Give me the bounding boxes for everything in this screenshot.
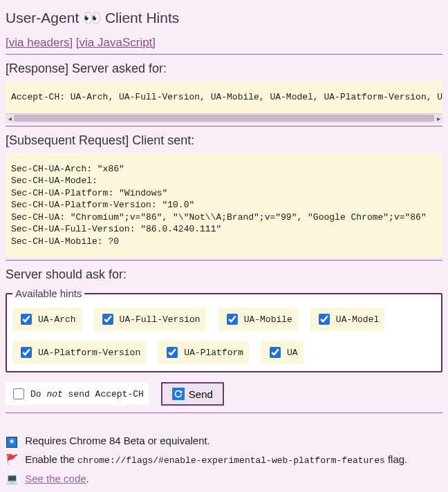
laptop-icon: 💻 <box>6 469 18 488</box>
footer-requires-text: Requires Chrome 84 Beta or equivalent. <box>25 435 210 446</box>
footer-code-post: . <box>86 473 89 484</box>
footer-enable-post: flag. <box>385 453 408 465</box>
reload-icon <box>172 388 185 400</box>
hint-label: UA-Platform-Version <box>38 348 140 358</box>
divider <box>6 413 442 413</box>
no-send-post: send Accept-CH <box>63 389 144 399</box>
divider <box>6 260 442 261</box>
hint-checkbox[interactable] <box>21 347 32 358</box>
page-title: User-Agent 👀 Client Hints <box>6 10 442 26</box>
hint-item[interactable]: UA-Model <box>310 308 384 331</box>
send-button[interactable]: Send <box>161 382 224 406</box>
flag-icon: 🚩 <box>6 450 18 469</box>
footer-enable-pre: Enable the <box>25 453 77 465</box>
ask-heading: Server should ask for: <box>6 267 442 282</box>
no-send-checkbox[interactable] <box>13 388 24 399</box>
hint-checkbox[interactable] <box>227 314 238 325</box>
no-send-option[interactable]: Do not send Accept-CH <box>6 383 149 405</box>
eyes-icon: 👀 <box>83 10 101 26</box>
horizontal-scrollbar[interactable]: ◂ ▸ <box>6 113 442 123</box>
available-hints-legend: Available hints <box>12 287 84 299</box>
hint-item[interactable]: UA-Platform <box>158 341 249 364</box>
hint-label: UA-Full-Version <box>120 314 200 325</box>
footer-line-requires: ✶ Requires Chrome 84 Beta or equivalent. <box>6 431 442 450</box>
hint-item[interactable]: UA-Arch <box>12 308 82 331</box>
hint-label: UA-Model <box>336 314 379 325</box>
hint-checkbox[interactable] <box>167 347 178 358</box>
new-icon: ✶ <box>6 431 18 450</box>
send-row: Do not send Accept-CH Send <box>6 382 442 406</box>
hint-label: UA <box>287 348 298 358</box>
response-body: Accept-CH: UA-Arch, UA-Full-Version, UA-… <box>6 82 442 113</box>
response-heading: [Response] Server asked for: <box>6 62 442 76</box>
available-hints-fieldset: Available hints UA-ArchUA-Full-VersionUA… <box>6 287 442 372</box>
scroll-track[interactable] <box>14 115 434 122</box>
footer-line-enable: 🚩 Enable the chrome://flags/#enable-expe… <box>6 450 442 469</box>
hint-checkbox[interactable] <box>270 347 281 358</box>
no-send-pre: Do <box>30 389 46 399</box>
hint-item[interactable]: UA-Full-Version <box>94 308 206 331</box>
scroll-left-icon[interactable]: ◂ <box>6 114 14 122</box>
hint-checkbox[interactable] <box>21 314 32 325</box>
nav-links: [via headers] [via JavaScript] <box>6 36 442 50</box>
footer: ✶ Requires Chrome 84 Beta or equivalent.… <box>6 431 442 487</box>
via-headers-link[interactable]: [via headers] <box>6 36 73 49</box>
hint-item[interactable]: UA <box>261 341 304 364</box>
title-post: Client Hints <box>101 10 179 26</box>
send-label: Send <box>189 388 213 400</box>
no-send-em: not <box>46 389 62 399</box>
hint-checkbox[interactable] <box>102 314 113 325</box>
via-javascript-link[interactable]: [via JavaScript] <box>76 36 156 49</box>
subsequent-body: Sec-CH-UA-Arch: "x86" Sec-CH-UA-Model: S… <box>6 153 442 258</box>
hint-item[interactable]: UA-Platform-Version <box>12 341 146 364</box>
see-code-link[interactable]: See the code <box>25 473 86 484</box>
hint-item[interactable]: UA-Mobile <box>218 308 298 331</box>
hint-checkbox[interactable] <box>319 314 330 325</box>
footer-line-code: 💻 See the code. <box>6 469 442 488</box>
hint-label: UA-Arch <box>38 314 76 325</box>
footer-enable-code: chrome://flags/#enable-experimental-web-… <box>77 455 385 466</box>
divider <box>6 126 442 126</box>
hint-label: UA-Platform <box>184 348 243 358</box>
hint-list: UA-ArchUA-Full-VersionUA-MobileUA-ModelU… <box>12 308 436 364</box>
title-pre: User-Agent <box>6 10 83 26</box>
subsequent-heading: [Subsequent Request] Client sent: <box>6 133 442 148</box>
divider <box>6 54 442 55</box>
scroll-right-icon[interactable]: ▸ <box>434 114 442 122</box>
hint-label: UA-Mobile <box>244 314 292 325</box>
